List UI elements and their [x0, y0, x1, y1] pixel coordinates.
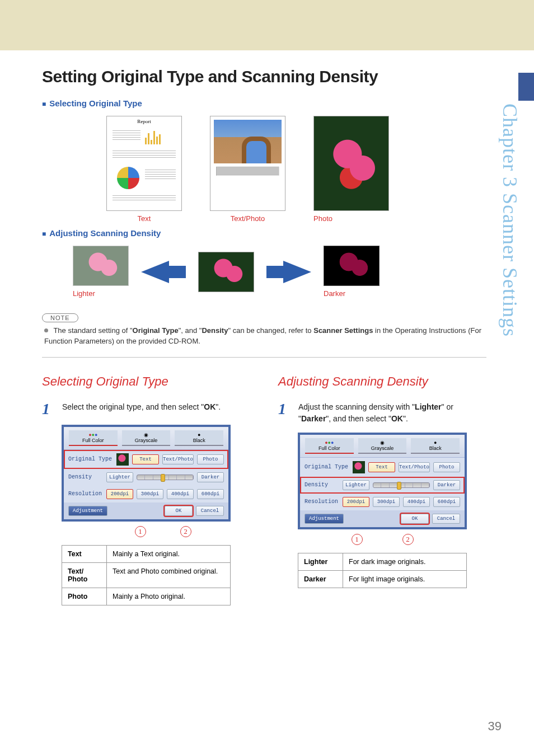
label-resolution: Resolution [305, 499, 339, 505]
label-density: Density [305, 482, 339, 488]
subheading-density: ■Adjusting Scanning Density [42, 228, 486, 238]
col-heading-density: Adjusting Scanning Density [278, 374, 486, 389]
table-row: TextMainly a Text original. [62, 545, 231, 562]
tab-full-color[interactable]: ●●●Full Color [305, 438, 354, 454]
btn-ok[interactable]: OK [401, 514, 429, 524]
bar-chart-icon [145, 129, 161, 144]
label-density: Density [68, 474, 103, 480]
btn-darker[interactable]: Darker [197, 472, 224, 482]
tab-grayscale[interactable]: ◉Grayscale [122, 430, 171, 446]
step-number: 1 [278, 401, 286, 417]
arch-thumbnail [210, 116, 285, 211]
original-type-table: TextMainly a Text original. Text/ PhotoT… [62, 545, 231, 605]
note-text: The standard setting of "Original Type",… [42, 326, 486, 347]
callouts-left: 1 2 [62, 526, 231, 537]
caption-text: Text [106, 214, 182, 223]
original-type-examples: Report Text Text/Photo Photo [106, 116, 486, 223]
btn-lighter[interactable]: Lighter [343, 480, 369, 490]
flower-thumbnail [313, 116, 389, 211]
report-label: Report [107, 116, 181, 124]
btn-photo[interactable]: Photo [433, 462, 460, 472]
btn-adjustment[interactable]: Adjustment [305, 514, 344, 524]
btn-text-photo[interactable]: Text/Photo [162, 454, 194, 464]
density-slider[interactable] [137, 475, 194, 480]
arrow-right-icon [266, 261, 311, 283]
label-resolution: Resolution [68, 491, 103, 497]
col-heading-original-type: Selecting Original Type [42, 374, 250, 389]
divider [42, 357, 486, 358]
btn-darker[interactable]: Darker [433, 480, 460, 490]
tab-grayscale[interactable]: ◉Grayscale [358, 438, 407, 454]
density-slider[interactable] [373, 482, 430, 488]
density-lighter-thumb [73, 246, 129, 286]
page-title: Setting Original Type and Scanning Densi… [42, 67, 486, 86]
tab-black[interactable]: ●Black [175, 430, 223, 446]
btn-text-photo[interactable]: Text/Photo [399, 462, 430, 472]
pie-chart-icon [117, 167, 139, 189]
btn-200dpi[interactable]: 200dpi [343, 497, 369, 507]
density-darker-thumb [324, 246, 380, 286]
btn-photo[interactable]: Photo [197, 454, 224, 464]
btn-400dpi[interactable]: 400dpi [167, 489, 194, 499]
btn-adjustment[interactable]: Adjustment [68, 506, 107, 516]
table-row: Text/ PhotoText and Photo combined origi… [62, 562, 231, 588]
caption-darker: Darker [324, 289, 380, 298]
page-number: 39 [488, 719, 502, 734]
step-text: Adjust the scanning density with "Lighte… [298, 401, 486, 425]
side-chapter-title: Chapter 3 Scanner Settings [498, 104, 522, 337]
step-number: 1 [42, 401, 50, 417]
label-original-type: Original Type [68, 456, 113, 462]
note-badge: NOTE [42, 313, 78, 322]
callouts-right: 1 2 [298, 534, 467, 545]
example-photo: Photo [313, 116, 389, 223]
btn-cancel[interactable]: Cancel [196, 506, 224, 516]
btn-300dpi[interactable]: 300dpi [137, 489, 163, 499]
table-row: PhotoMainly a Photo original. [62, 588, 231, 605]
density-examples: Lighter Darker [73, 246, 486, 298]
btn-600dpi[interactable]: 600dpi [197, 489, 224, 499]
arrow-left-icon [141, 261, 186, 283]
table-row: DarkerFor light image originals. [298, 570, 467, 588]
btn-lighter[interactable]: Lighter [106, 472, 133, 482]
tab-full-color[interactable]: ●●●Full Color [69, 430, 118, 446]
label-original-type: Original Type [305, 464, 349, 470]
btn-300dpi[interactable]: 300dpi [373, 497, 400, 507]
density-normal-thumb [198, 252, 254, 292]
btn-cancel[interactable]: Cancel [432, 514, 460, 524]
subheading-original-type: ■Selecting Original Type [42, 98, 486, 108]
tab-black[interactable]: ●Black [411, 438, 460, 454]
step-text: Select the original type, and then selec… [62, 401, 221, 413]
original-type-icon [353, 461, 365, 473]
btn-600dpi[interactable]: 600dpi [433, 497, 460, 507]
caption-photo: Photo [313, 214, 389, 223]
table-row: LighterFor dark image originals. [298, 553, 467, 570]
caption-text-photo: Text/Photo [210, 214, 285, 223]
btn-text[interactable]: Text [368, 462, 395, 472]
report-thumbnail: Report [106, 116, 182, 211]
example-text-photo: Text/Photo [210, 116, 285, 223]
caption-lighter: Lighter [73, 289, 129, 298]
btn-ok[interactable]: OK [165, 506, 193, 516]
top-band [0, 0, 534, 50]
btn-400dpi[interactable]: 400dpi [403, 497, 430, 507]
example-text: Report Text [106, 116, 182, 223]
settings-panel-right: ●●●Full Color ◉Grayscale ●Black Original… [298, 433, 467, 529]
btn-200dpi[interactable]: 200dpi [106, 489, 133, 499]
settings-panel-left: ●●●Full Color ◉Grayscale ●Black Original… [62, 425, 231, 522]
density-table: LighterFor dark image originals. DarkerF… [298, 553, 467, 588]
btn-text[interactable]: Text [132, 454, 159, 464]
chapter-tab [518, 73, 534, 101]
original-type-icon [116, 453, 129, 466]
